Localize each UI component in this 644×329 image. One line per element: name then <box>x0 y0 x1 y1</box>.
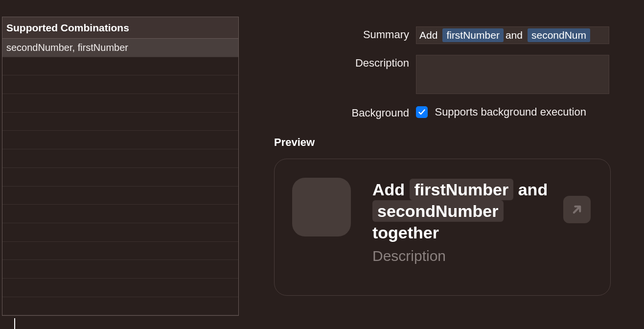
preview-heading: Preview <box>274 136 636 149</box>
background-checkbox-label: Supports background execution <box>435 106 586 118</box>
background-label: Background <box>274 105 416 119</box>
table-row[interactable] <box>2 279 238 297</box>
table-row[interactable] <box>2 57 238 76</box>
summary-label: Summary <box>274 26 416 41</box>
background-checkbox[interactable] <box>416 106 428 118</box>
preview-description: Description <box>372 248 563 264</box>
summary-token-first[interactable]: firstNumber <box>442 28 504 42</box>
summary-text-mid: and <box>506 29 523 41</box>
table-row[interactable] <box>2 149 238 168</box>
summary-token-second[interactable]: secondNum <box>528 28 590 42</box>
combinations-table[interactable]: Supported Combinations secondNumber, fir… <box>2 17 239 316</box>
table-row[interactable] <box>2 297 238 316</box>
arrow-up-right-icon <box>570 202 584 217</box>
preview-title: Add firstNumber and secondNumber togethe… <box>372 179 563 244</box>
table-row[interactable] <box>2 94 238 113</box>
summary-field[interactable]: Add firstNumber and secondNum <box>416 26 609 44</box>
preview-token-first: firstNumber <box>410 179 514 200</box>
description-field[interactable] <box>416 55 609 94</box>
table-row[interactable]: secondNumber, firstNumber <box>2 39 238 57</box>
description-label: Description <box>274 55 416 70</box>
text-caret <box>14 318 15 329</box>
table-row[interactable] <box>2 223 238 242</box>
check-icon <box>418 108 426 116</box>
preview-token-second: secondNumber <box>372 200 504 222</box>
table-row[interactable] <box>2 242 238 260</box>
preview-card: Add firstNumber and secondNumber togethe… <box>274 159 611 296</box>
table-row[interactable] <box>2 187 238 205</box>
table-row[interactable] <box>2 168 238 187</box>
table-row[interactable] <box>2 113 238 131</box>
table-row[interactable] <box>2 205 238 223</box>
table-row[interactable] <box>2 131 238 149</box>
summary-text-prefix: Add <box>419 29 437 41</box>
table-row[interactable] <box>2 260 238 279</box>
table-row[interactable] <box>2 75 238 94</box>
app-icon-placeholder <box>292 178 351 236</box>
preview-action-button[interactable] <box>563 196 591 223</box>
combinations-header: Supported Combinations <box>2 17 238 39</box>
